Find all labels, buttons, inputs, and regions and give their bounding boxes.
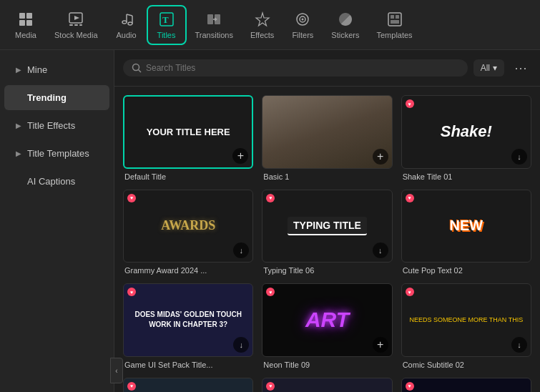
search-wrapper <box>123 59 468 77</box>
item-label: Typing Title 06 <box>262 266 392 275</box>
thumbnail-simplemedia: GOOD MORNING ↓ <box>123 378 253 392</box>
svg-rect-8 <box>79 24 82 26</box>
thumb-text: TYPING TITLE <box>288 217 367 235</box>
nav-item-stock-media[interactable]: Stock Media <box>46 6 107 44</box>
item-label: Neon Title 09 <box>262 361 392 369</box>
filter-button[interactable]: All ▾ <box>473 59 504 77</box>
add-button[interactable]: + <box>232 148 248 164</box>
list-item[interactable]: YOUR TEXT HERE ↓ Modern Clean Lower ... <box>262 378 392 392</box>
sidebar-label-trending: Trending <box>16 92 67 103</box>
thumbnail-cutepop: NEW <box>401 190 531 263</box>
sidebar-item-mine[interactable]: ▶ Mine <box>4 57 109 82</box>
download-button[interactable]: ↓ <box>511 149 527 165</box>
thumbnail-gameui: DOES MIDAS' GOLDEN TOUCH WORK IN CHAPTER… <box>123 283 253 357</box>
list-item[interactable]: AWARDS ↓ Grammy Award 2024 ... <box>123 190 253 275</box>
svg-point-22 <box>302 18 304 20</box>
list-item[interactable]: ART + Neon Title 09 <box>262 283 392 369</box>
list-item[interactable]: NEEDS SOMEONE MORE THAN THIS ↓ Comic Sub… <box>401 283 531 369</box>
nav-item-transitions[interactable]: Transitions <box>187 6 242 44</box>
item-label: Shake Title 01 <box>401 172 531 181</box>
download-button[interactable]: ↓ <box>511 337 527 353</box>
svg-rect-16 <box>207 14 213 24</box>
nav-label-audio: Audio <box>116 31 136 39</box>
svg-line-11 <box>127 14 132 16</box>
sidebar-item-trending[interactable]: Trending <box>4 85 109 110</box>
sidebar: ▶ Mine Trending ▶ Title Effects ▶ Title … <box>0 50 114 392</box>
nav-label-stock-media: Stock Media <box>54 31 98 39</box>
sidebar-item-ai-captions[interactable]: AI Captions <box>4 169 109 194</box>
nav-label-transitions: Transitions <box>195 31 233 39</box>
svg-rect-25 <box>396 15 399 19</box>
svg-rect-26 <box>391 20 399 24</box>
thumb-text: ART <box>305 308 349 332</box>
nav-item-templates[interactable]: Templates <box>368 6 421 44</box>
chevron-mine-icon: ▶ <box>16 66 21 74</box>
sidebar-label-ai-captions: AI Captions <box>16 176 75 187</box>
chevron-title-templates-icon: ▶ <box>16 150 21 157</box>
thumbnail-typing: TYPING TITLE ↓ <box>262 190 392 263</box>
svg-line-28 <box>139 70 142 73</box>
thumb-text: DOES MIDAS' GOLDEN TOUCH WORK IN CHAPTER… <box>124 307 252 333</box>
svg-marker-5 <box>74 16 79 20</box>
transitions-icon <box>205 11 222 28</box>
add-button[interactable]: + <box>373 149 388 165</box>
list-item[interactable]: + Basic 1 <box>262 95 392 181</box>
sidebar-label-title-effects: Title Effects <box>27 120 75 131</box>
svg-rect-7 <box>74 24 78 26</box>
premium-badge <box>406 99 414 108</box>
nav-item-stickers[interactable]: Stickers <box>323 6 368 44</box>
content-area: All ▾ ⋯ YOUR TITLE HERE + Default Title … <box>114 50 540 392</box>
thumb-text: NEEDS SOMEONE MORE THAN THIS <box>406 313 526 326</box>
nav-label-titles: Titles <box>157 31 176 39</box>
svg-rect-1 <box>26 13 32 19</box>
premium-badge <box>406 194 414 202</box>
nav-item-titles[interactable]: T Titles <box>147 5 187 45</box>
sidebar-item-title-effects[interactable]: ▶ Title Effects <box>4 113 109 138</box>
thumbnail-grammy: AWARDS ↓ <box>123 190 253 263</box>
list-item[interactable]: Ink Pack ↓ DIY Ink Pack Lowerthir... <box>401 378 531 392</box>
sidebar-item-title-templates[interactable]: ▶ Title Templates <box>4 141 109 166</box>
download-button[interactable]: ↓ <box>233 242 249 258</box>
thumbnail-default-title: YOUR TITLE HERE + <box>123 95 253 169</box>
list-item[interactable]: NEW Cute Pop Text 02 <box>401 190 531 275</box>
thumbnail-comic: NEEDS SOMEONE MORE THAN THIS ↓ <box>401 283 531 357</box>
list-item[interactable]: DOES MIDAS' GOLDEN TOUCH WORK IN CHAPTER… <box>123 283 253 369</box>
item-label: Comic Subtitle 02 <box>401 361 531 369</box>
add-button[interactable]: + <box>373 337 388 353</box>
nav-label-templates: Templates <box>376 31 412 39</box>
svg-rect-6 <box>69 24 73 26</box>
sidebar-label-mine: Mine <box>27 64 47 75</box>
top-navigation: Media Stock Media Audio <box>0 0 540 50</box>
nav-item-media[interactable]: Media <box>6 6 46 44</box>
more-options-button[interactable]: ⋯ <box>510 57 531 79</box>
templates-icon <box>386 11 403 28</box>
list-item[interactable]: Shake! ↓ Shake Title 01 <box>401 95 531 181</box>
thumb-text: NEW <box>449 217 483 234</box>
search-input[interactable] <box>146 63 459 73</box>
list-item[interactable]: GOOD MORNING ↓ Simple Media Pack Lo... <box>123 378 253 392</box>
svg-point-9 <box>122 21 127 24</box>
search-bar: All ▾ ⋯ <box>114 50 540 87</box>
nav-label-filters: Filters <box>292 31 313 39</box>
nav-item-effects[interactable]: Effects <box>242 6 283 44</box>
list-item[interactable]: YOUR TITLE HERE + Default Title <box>123 95 253 181</box>
chevron-title-effects-icon: ▶ <box>16 122 21 129</box>
list-item[interactable]: TYPING TITLE ↓ Typing Title 06 <box>262 190 392 275</box>
thumbnail-shake: Shake! ↓ <box>401 95 531 169</box>
nav-item-audio[interactable]: Audio <box>107 6 147 44</box>
svg-point-27 <box>133 64 139 71</box>
item-label: Game UI Set Pack Title... <box>123 361 253 369</box>
audio-icon <box>118 11 135 28</box>
filter-chevron-icon: ▾ <box>493 63 497 73</box>
nav-item-filters[interactable]: Filters <box>283 6 323 44</box>
svg-rect-23 <box>388 13 401 26</box>
filter-label: All <box>481 63 490 73</box>
item-label: Default Title <box>123 172 253 181</box>
svg-rect-0 <box>19 13 25 19</box>
titles-icon: T <box>158 11 175 28</box>
download-button[interactable]: ↓ <box>373 242 388 258</box>
download-button[interactable]: ↓ <box>233 337 249 353</box>
sidebar-collapse-button[interactable]: ‹ <box>110 358 123 383</box>
svg-text:T: T <box>162 14 169 25</box>
item-label: Cute Pop Text 02 <box>401 266 531 275</box>
